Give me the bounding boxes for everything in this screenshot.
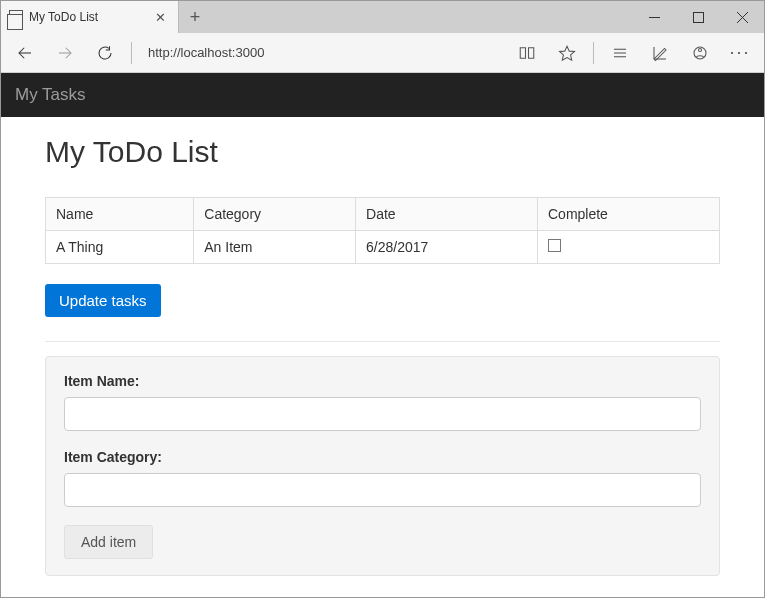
item-name-input[interactable] xyxy=(64,397,701,431)
table-header-row: Name Category Date Complete xyxy=(46,198,720,231)
cell-complete xyxy=(537,231,719,264)
page-content: My ToDo List Name Category Date Complete… xyxy=(1,117,764,594)
cell-name: A Thing xyxy=(46,231,194,264)
app-navbar: My Tasks xyxy=(1,73,764,117)
tab-close-icon[interactable]: ✕ xyxy=(151,10,170,25)
page-title: My ToDo List xyxy=(45,135,720,169)
window-close-button[interactable] xyxy=(720,1,764,33)
item-category-input[interactable] xyxy=(64,473,701,507)
svg-point-13 xyxy=(699,48,702,51)
refresh-button[interactable] xyxy=(87,37,123,69)
add-item-button[interactable]: Add item xyxy=(64,525,153,559)
add-item-form: Item Name: Item Category: Add item xyxy=(45,356,720,576)
share-icon[interactable] xyxy=(682,37,718,69)
browser-toolbar: http://localhost:3000 ··· xyxy=(1,33,764,73)
reading-view-icon[interactable] xyxy=(509,37,545,69)
item-category-label: Item Category: xyxy=(64,449,701,465)
favorite-icon[interactable] xyxy=(549,37,585,69)
browser-tab[interactable]: My ToDo List ✕ xyxy=(1,1,179,33)
col-complete: Complete xyxy=(537,198,719,231)
url-text: http://localhost:3000 xyxy=(148,45,264,60)
item-name-label: Item Name: xyxy=(64,373,701,389)
back-button[interactable] xyxy=(7,37,43,69)
update-tasks-button[interactable]: Update tasks xyxy=(45,284,161,317)
table-row: A Thing An Item 6/28/2017 xyxy=(46,231,720,264)
col-date: Date xyxy=(356,198,538,231)
complete-checkbox[interactable] xyxy=(548,239,561,252)
navbar-brand[interactable]: My Tasks xyxy=(15,85,86,105)
svg-rect-1 xyxy=(693,12,703,22)
cell-category: An Item xyxy=(194,231,356,264)
tab-title: My ToDo List xyxy=(29,10,98,24)
window-minimize-button[interactable] xyxy=(632,1,676,33)
forward-button[interactable] xyxy=(47,37,83,69)
more-icon[interactable]: ··· xyxy=(722,37,758,69)
page-icon xyxy=(9,10,23,24)
col-name: Name xyxy=(46,198,194,231)
divider xyxy=(45,341,720,342)
notes-icon[interactable] xyxy=(642,37,678,69)
address-bar[interactable]: http://localhost:3000 xyxy=(140,39,505,67)
svg-marker-6 xyxy=(560,46,575,60)
new-tab-button[interactable]: + xyxy=(179,1,211,33)
window-maximize-button[interactable] xyxy=(676,1,720,33)
tasks-table: Name Category Date Complete A Thing An I… xyxy=(45,197,720,264)
separator xyxy=(131,42,132,64)
hub-icon[interactable] xyxy=(602,37,638,69)
col-category: Category xyxy=(194,198,356,231)
cell-date: 6/28/2017 xyxy=(356,231,538,264)
separator xyxy=(593,42,594,64)
window-titlebar: My ToDo List ✕ + xyxy=(1,1,764,33)
